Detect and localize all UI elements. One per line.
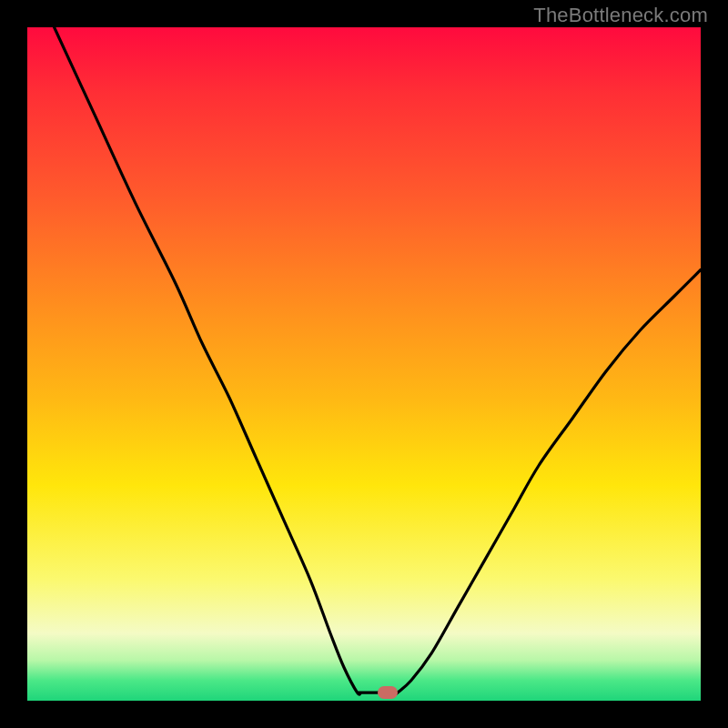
bottleneck-curve — [27, 27, 701, 701]
bottleneck-marker — [378, 686, 398, 699]
attribution-label: TheBottleneck.com — [533, 4, 708, 27]
plot-area — [27, 27, 701, 701]
chart-frame: TheBottleneck.com — [0, 0, 728, 728]
